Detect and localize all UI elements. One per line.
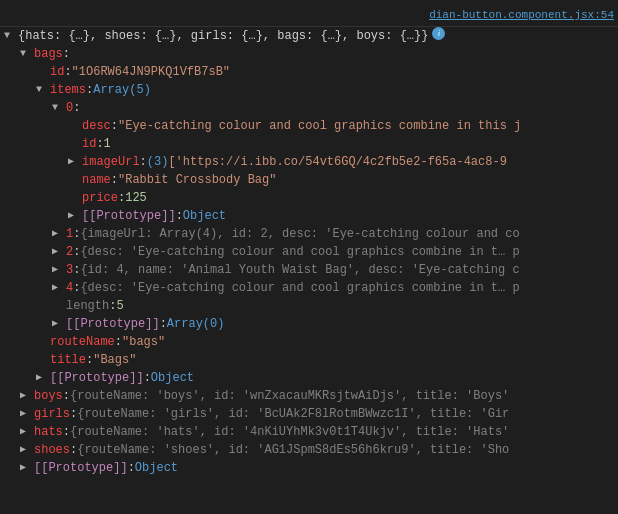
code-token: "1O6RW64JN9PKQ1VfB7sB" — [72, 63, 230, 81]
code-token: Object — [135, 459, 178, 477]
table-row: ▼bags: — [0, 45, 618, 63]
code-token: {hats: {…}, shoes: {…}, girls: {…}, bags… — [18, 27, 428, 45]
code-token: 0 — [66, 99, 73, 117]
code-token: hats — [34, 423, 63, 441]
toggle-icon[interactable]: ▼ — [52, 99, 66, 117]
table-row: ▶boys: {routeName: 'boys', id: 'wnZxacau… — [0, 387, 618, 405]
code-token: : — [115, 333, 122, 351]
code-token: "Bags" — [93, 351, 136, 369]
code-token: imageUrl — [82, 153, 140, 171]
code-token: : — [96, 135, 103, 153]
table-row: ▼items: Array(5) — [0, 81, 618, 99]
code-token: : — [109, 297, 116, 315]
toggle-icon[interactable]: ▶ — [52, 261, 66, 279]
toggle-icon[interactable]: ▶ — [36, 369, 50, 387]
devtools-panel: dian-button.component.jsx:54 ▼{hats: {…}… — [0, 0, 618, 481]
code-token: items — [50, 81, 86, 99]
code-token: : — [144, 369, 151, 387]
table-row: desc: "Eye-catching colour and cool grap… — [0, 117, 618, 135]
table-row: ▶4: {desc: 'Eye-catching colour and cool… — [0, 279, 618, 297]
code-token: (3) — [147, 153, 169, 171]
code-token: id — [50, 63, 64, 81]
toggle-icon[interactable]: ▼ — [36, 81, 50, 99]
code-token: boys — [34, 387, 63, 405]
code-token: : — [86, 81, 93, 99]
code-token: : — [73, 99, 80, 117]
code-token: : — [73, 279, 80, 297]
table-row: ▶shoes: {routeName: 'shoes', id: 'AG1JSp… — [0, 441, 618, 459]
code-token: id — [82, 135, 96, 153]
table-row: ▶[[Prototype]]: Object — [0, 207, 618, 225]
code-token: Object — [183, 207, 226, 225]
code-token: : — [118, 189, 125, 207]
code-token: "bags" — [122, 333, 165, 351]
code-token: : — [64, 63, 71, 81]
code-token: {routeName: 'girls', id: 'BcUAk2F8lRotmB… — [77, 405, 509, 423]
toggle-icon[interactable]: ▶ — [68, 153, 82, 171]
toggle-icon[interactable]: ▼ — [4, 27, 18, 45]
code-token: {routeName: 'hats', id: '4nKiUYhMk3v0t1T… — [70, 423, 509, 441]
toggle-icon[interactable]: ▶ — [20, 405, 34, 423]
toggle-icon[interactable]: ▶ — [20, 441, 34, 459]
table-row: ▶[[Prototype]]: Object — [0, 369, 618, 387]
code-token: : — [70, 405, 77, 423]
table-row: ▶[[Prototype]]: Array(0) — [0, 315, 618, 333]
toggle-icon[interactable]: ▶ — [20, 387, 34, 405]
code-token: bags — [34, 45, 63, 63]
code-token: {id: 4, name: 'Animal Youth Waist Bag', … — [80, 261, 519, 279]
code-token: : — [111, 117, 118, 135]
code-token: [[Prototype]] — [50, 369, 144, 387]
table-row: routeName: "bags" — [0, 333, 618, 351]
code-token: : — [63, 423, 70, 441]
table-row: ▶girls: {routeName: 'girls', id: 'BcUAk2… — [0, 405, 618, 423]
code-token: 2 — [66, 243, 73, 261]
table-row: title: "Bags" — [0, 351, 618, 369]
code-token: {imageUrl: Array(4), id: 2, desc: 'Eye-c… — [80, 225, 519, 243]
code-token: : — [73, 243, 80, 261]
code-token: desc — [82, 117, 111, 135]
code-token: routeName — [50, 333, 115, 351]
toggle-icon[interactable]: ▶ — [52, 225, 66, 243]
code-token: ['https://i.ibb.co/54vt6GQ/4c2fb5e2-f65a… — [168, 153, 506, 171]
table-row: ▶3: {id: 4, name: 'Animal Youth Waist Ba… — [0, 261, 618, 279]
code-token: price — [82, 189, 118, 207]
table-row: price: 125 — [0, 189, 618, 207]
table-row: ▼{hats: {…}, shoes: {…}, girls: {…}, bag… — [0, 27, 618, 45]
table-row: name: "Rabbit Crossbody Bag" — [0, 171, 618, 189]
code-token: 125 — [125, 189, 147, 207]
code-token: {routeName: 'shoes', id: 'AG1JSpmS8dEs56… — [77, 441, 509, 459]
code-token: {routeName: 'boys', id: 'wnZxacauMKRsjtw… — [70, 387, 509, 405]
toggle-icon[interactable]: ▶ — [20, 423, 34, 441]
table-row: id: "1O6RW64JN9PKQ1VfB7sB" — [0, 63, 618, 81]
code-token: : — [160, 315, 167, 333]
code-token: : — [63, 45, 70, 63]
code-token: : — [73, 261, 80, 279]
code-token: : — [176, 207, 183, 225]
toggle-icon[interactable]: ▶ — [20, 459, 34, 477]
code-token: name — [82, 171, 111, 189]
top-link-bar: dian-button.component.jsx:54 — [0, 4, 618, 27]
code-token: length — [66, 297, 109, 315]
toggle-icon[interactable]: ▶ — [52, 243, 66, 261]
code-token: 3 — [66, 261, 73, 279]
table-row: ▶hats: {routeName: 'hats', id: '4nKiUYhM… — [0, 423, 618, 441]
table-row: ▶1: {imageUrl: Array(4), id: 2, desc: 'E… — [0, 225, 618, 243]
source-link[interactable]: dian-button.component.jsx:54 — [429, 9, 614, 21]
code-token: : — [63, 387, 70, 405]
code-token: Array(5) — [93, 81, 151, 99]
code-token: : — [86, 351, 93, 369]
toggle-icon[interactable]: ▼ — [20, 45, 34, 63]
code-token: : — [73, 225, 80, 243]
code-token: Object — [151, 369, 194, 387]
code-token: : — [70, 441, 77, 459]
table-row: ▼0: — [0, 99, 618, 117]
code-token: girls — [34, 405, 70, 423]
code-token: "Rabbit Crossbody Bag" — [118, 171, 276, 189]
info-icon[interactable]: i — [432, 27, 445, 40]
code-token: 5 — [116, 297, 123, 315]
code-token: [[Prototype]] — [66, 315, 160, 333]
toggle-icon[interactable]: ▶ — [68, 207, 82, 225]
toggle-icon[interactable]: ▶ — [52, 279, 66, 297]
code-token: {desc: 'Eye-catching colour and cool gra… — [80, 279, 519, 297]
toggle-icon[interactable]: ▶ — [52, 315, 66, 333]
